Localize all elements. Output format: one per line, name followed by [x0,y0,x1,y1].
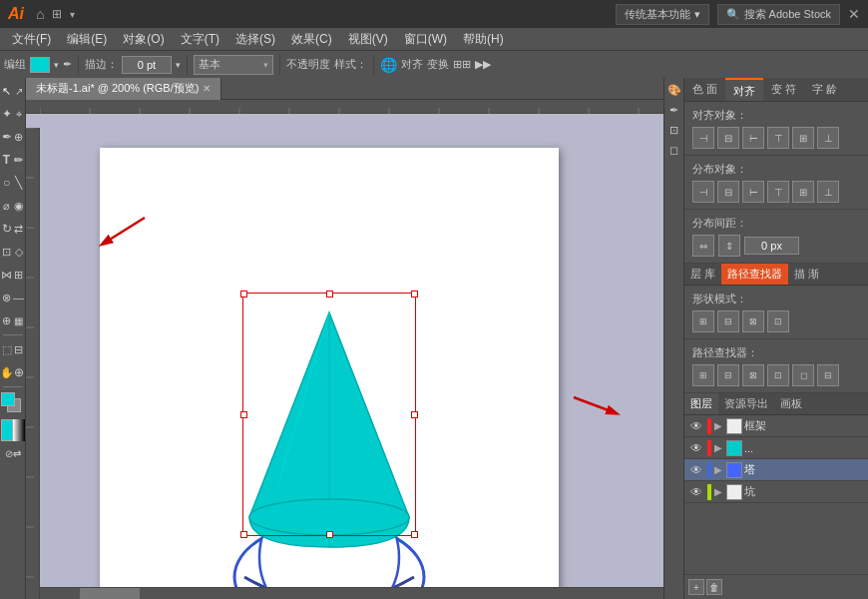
crop-btn[interactable]: ⊡ [767,364,789,386]
layer-expand-3[interactable]: ▶ [714,486,724,497]
dist-left-btn[interactable]: ⊣ [692,181,714,203]
graph-tool[interactable]: ▦ [13,309,25,331]
align-right-btn[interactable]: ⊢ [742,127,764,149]
globe-icon[interactable]: 🌐 [380,57,397,73]
home-icon[interactable]: ⌂ [36,6,44,22]
layout-chevron[interactable]: ▾ [70,9,75,20]
scrollbar-horizontal[interactable] [40,587,671,599]
blend-tool[interactable]: ⊕ [1,309,13,331]
dist-bottom-btn[interactable]: ⊥ [817,181,839,203]
tab-layers-main[interactable]: 图层 [684,393,718,414]
outline-btn[interactable]: ◻ [792,364,814,386]
reflect-tool[interactable]: ⇄ [13,218,25,240]
ellipse-tool[interactable]: ○ [1,172,13,194]
close-btn[interactable]: ✕ [848,6,860,22]
scrollbar-thumb-h[interactable] [80,588,140,599]
align-bottom-btn[interactable]: ⊥ [817,127,839,149]
hand-tool[interactable]: ✋ [1,361,13,383]
tab-asset-export[interactable]: 资源导出 [718,393,774,414]
gradient-mode[interactable] [13,419,25,441]
layer-vis-2[interactable]: 👁 [688,462,704,478]
menu-view[interactable]: 视图(V) [340,29,396,50]
layer-item-0[interactable]: 👁 ▶ 框架 [684,415,868,437]
dash-style[interactable]: 基本 ▾ [194,55,273,75]
divide-btn[interactable]: ⊞ [692,364,714,386]
new-layer-btn[interactable]: + [688,579,704,595]
menu-window[interactable]: 窗口(W) [396,29,455,50]
delete-layer-btn[interactable]: 🗑 [706,579,722,595]
dist-vert-btn[interactable]: ⇕ [718,235,740,257]
add-anchor-tool[interactable]: ⊕ [13,126,25,148]
more-icon[interactable]: ⊞⊞ [453,58,471,71]
layer-expand-0[interactable]: ▶ [714,420,724,431]
select-tool[interactable]: ↖ [1,80,13,102]
color-mode[interactable] [1,419,13,441]
text-tool[interactable]: T [1,149,13,171]
eyedropper-tool[interactable]: ⊗ [1,287,13,308]
direct-select-tool[interactable]: ↗ [13,80,25,102]
layer-item-1[interactable]: 👁 ▶ ... [684,437,868,459]
dist-horiz-btn[interactable]: ⇔ [692,235,714,257]
artboard-tool[interactable]: ⬚ [1,338,13,360]
menu-object[interactable]: 对象(O) [115,29,172,50]
tab-align[interactable]: 对齐 [725,78,763,101]
exclude-btn[interactable]: ⊡ [767,310,789,332]
intersect-btn[interactable]: ⊠ [742,310,764,332]
layer-item-3[interactable]: 👁 ▶ 坑 [684,481,868,503]
scale-tool[interactable]: ⊡ [1,241,13,263]
brush-icon-strip[interactable]: ✒ [666,102,682,118]
panel-icons[interactable]: ▶▶ [475,58,491,71]
rotate-tool[interactable]: ↻ [1,218,13,240]
transform-icon-strip[interactable]: ⊡ [666,122,682,138]
line-tool[interactable]: ╲ [13,172,25,194]
warp-tool[interactable]: ⋈ [1,264,13,286]
tab-stroke[interactable]: 描 渐 [788,264,825,285]
align-center-v-btn[interactable]: ⊞ [792,127,814,149]
tab-char[interactable]: 字 龄 [804,78,845,101]
merge-btn[interactable]: ⊠ [742,364,764,386]
stroke-input[interactable] [122,56,172,74]
tab-color[interactable]: 色 面 [684,78,725,101]
zoom-tool[interactable]: ⊕ [13,361,25,383]
minus-front-btn[interactable]: ⊟ [717,310,739,332]
pencil-tool[interactable]: ✏ [13,149,25,171]
trim-btn[interactable]: ⊟ [717,364,739,386]
tab-layers[interactable]: 层 库 [684,264,721,285]
change-screen-mode[interactable]: ⊘⇄ [1,442,25,464]
stock-search[interactable]: 🔍 搜索 Adobe Stock [717,4,840,25]
layer-expand-1[interactable]: ▶ [714,442,724,453]
slice-tool[interactable]: ⊟ [13,338,25,360]
layer-vis-1[interactable]: 👁 [688,440,704,456]
minus-back-btn[interactable]: ⊟ [817,364,839,386]
unite-btn[interactable]: ⊞ [692,310,714,332]
layer-vis-3[interactable]: 👁 [688,484,704,500]
menu-file[interactable]: 文件(F) [4,29,59,50]
paintbrush-tool[interactable]: ⌀ [1,195,13,217]
canvas-content[interactable] [40,128,683,599]
spacing-input[interactable] [744,237,799,255]
menu-text[interactable]: 文字(T) [173,29,227,50]
free-transform-tool[interactable]: ⊞ [13,264,25,286]
align-left-btn[interactable]: ⊣ [692,127,714,149]
magic-wand-tool[interactable]: ✦ [1,103,13,125]
menu-effect[interactable]: 效果(C) [283,29,340,50]
color-panel-icon[interactable]: 🎨 [666,82,682,98]
layer-expand-2[interactable]: ▶ [714,464,724,475]
dist-center-h-btn[interactable]: ⊟ [717,181,739,203]
pathfinder-icon-strip[interactable]: ◻ [666,142,682,158]
layout-icon[interactable]: ⊞ [52,7,62,21]
tab-transform[interactable]: 变 符 [763,78,804,101]
tab-artboards[interactable]: 画板 [774,393,808,414]
measure-tool[interactable]: — [13,287,25,308]
layer-vis-0[interactable]: 👁 [688,418,704,434]
pen-tool[interactable]: ✒ [1,126,13,148]
fill-color[interactable] [30,57,50,73]
menu-select[interactable]: 选择(S) [227,29,283,50]
dist-top-btn[interactable]: ⊤ [767,181,789,203]
stroke-arrow[interactable]: ▾ [176,60,181,70]
shear-tool[interactable]: ◇ [13,241,25,263]
dist-right-btn[interactable]: ⊢ [742,181,764,203]
menu-edit[interactable]: 编辑(E) [59,29,115,50]
align-center-h-btn[interactable]: ⊟ [717,127,739,149]
lasso-tool[interactable]: ⌖ [13,103,25,125]
